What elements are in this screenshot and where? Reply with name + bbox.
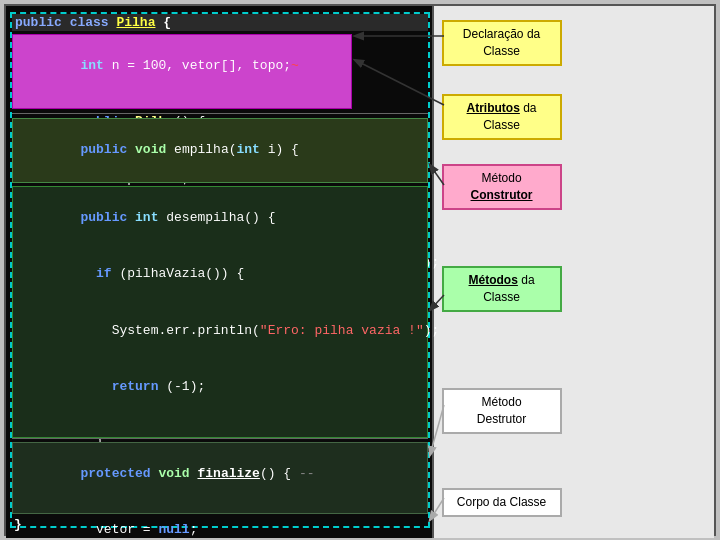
closing-brace: } bbox=[14, 517, 22, 532]
annotation-construtor-text: MétodoConstrutor bbox=[471, 171, 533, 202]
annotation-atributos: Atributos daClasse bbox=[442, 94, 562, 140]
methods-section: public int desempilha() { if (pilhaVazia… bbox=[12, 186, 428, 438]
code-panel: public class Pilha { int n = 100, vetor[… bbox=[6, 6, 434, 538]
annotation-declaracao-text: Declaração da Classe bbox=[463, 27, 540, 58]
destructor-section: protected void finalize() { -- vetor = n… bbox=[12, 442, 428, 514]
annotation-construtor: MétodoConstrutor bbox=[442, 164, 562, 210]
constructor-section: public void empilha(int i) { if (topo ==… bbox=[12, 118, 428, 183]
annotation-declaracao: Declaração da Classe bbox=[442, 20, 562, 66]
desempilha-line-4: return (-1); bbox=[18, 360, 422, 417]
declaration-section: int n = 100, vetor[], topo;~ public Pilh… bbox=[12, 34, 352, 109]
annotation-destrutor-text: MétodoDestrutor bbox=[477, 395, 526, 426]
empilha-line-1: public void empilha(int i) { bbox=[18, 122, 422, 179]
annotation-corpo: Corpo da Classe bbox=[442, 488, 562, 517]
separator-1 bbox=[12, 113, 428, 114]
annotation-metodos-text: Métodos daClasse bbox=[469, 273, 535, 304]
class-header: public class Pilha { bbox=[12, 14, 428, 31]
separator-2 bbox=[12, 438, 428, 439]
code-line-1: int n = 100, vetor[], topo;~ bbox=[18, 38, 346, 95]
main-container: public class Pilha { int n = 100, vetor[… bbox=[4, 4, 716, 536]
finalize-line-1: protected void finalize() { -- bbox=[18, 446, 422, 503]
finalize-line-2: vetor = null; bbox=[18, 503, 422, 540]
class-header-text: public class Pilha { bbox=[15, 15, 171, 30]
desempilha-line-3: System.err.println("Erro: pilha vazia !"… bbox=[18, 303, 422, 360]
annotations-panel: Declaração da Classe Atributos daClasse … bbox=[434, 6, 714, 538]
annotation-destrutor: MétodoDestrutor bbox=[442, 388, 562, 434]
annotation-atributos-text: Atributos daClasse bbox=[467, 101, 537, 132]
annotation-metodos: Métodos daClasse bbox=[442, 266, 562, 312]
annotation-corpo-text: Corpo da Classe bbox=[457, 495, 546, 509]
desempilha-line-1: public int desempilha() { bbox=[18, 190, 422, 247]
desempilha-line-2: if (pilhaVazia()) { bbox=[18, 247, 422, 304]
